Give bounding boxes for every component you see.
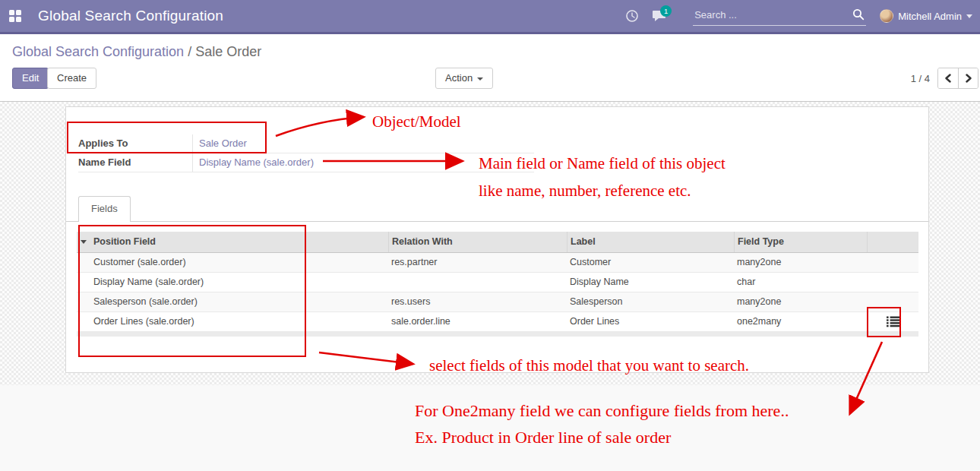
user-name: Mitchell Admin: [898, 11, 962, 22]
apps-menu-icon[interactable]: [0, 0, 30, 33]
global-search: [693, 6, 866, 26]
page-footer-background: [0, 385, 980, 471]
chevron-down-icon: [477, 77, 483, 81]
pager-previous-button[interactable]: [938, 68, 958, 88]
messages-icon[interactable]: 1: [646, 0, 673, 33]
table-row[interactable]: Display Name (sale.order) Display Name c…: [77, 273, 918, 292]
pager-next-button[interactable]: [958, 68, 978, 88]
edit-button[interactable]: Edit: [12, 68, 49, 89]
cell-label: Display Name: [567, 273, 734, 292]
field-row-applies-to: Applies To Sale Order: [78, 134, 534, 153]
search-input[interactable]: [693, 6, 866, 26]
search-icon[interactable]: [852, 8, 865, 24]
tab-fields[interactable]: Fields: [78, 196, 131, 222]
cell-relation-with: [388, 273, 567, 292]
table-row[interactable]: Customer (sale.order) res.partner Custom…: [77, 253, 918, 273]
header-actions: [867, 232, 918, 252]
table-footer-strip: [77, 332, 918, 337]
breadcrumb-current: Sale Order: [195, 44, 261, 59]
cell-relation-with: res.users: [388, 292, 567, 311]
cell-relation-with: res.partner: [388, 253, 567, 272]
action-label: Action: [445, 72, 473, 84]
cell-field-type: many2one: [734, 253, 867, 272]
create-button[interactable]: Create: [47, 68, 96, 89]
header-label[interactable]: Label: [567, 232, 734, 252]
field-row-name-field: Name Field Display Name (sale.order): [78, 153, 534, 172]
top-navbar: Global Search Configuration 1: [0, 0, 980, 34]
cell-label: Salesperson: [567, 292, 734, 311]
notebook-divider: [66, 221, 928, 222]
control-panel: Global Search Configuration / Sale Order…: [0, 36, 980, 102]
activity-clock-icon[interactable]: [618, 0, 646, 33]
chevron-left-icon: [944, 74, 952, 83]
breadcrumb-parent-link[interactable]: Global Search Configuration: [12, 44, 184, 59]
fields-table: Position Field Relation With Label Field…: [77, 232, 918, 337]
sort-indicator[interactable]: [77, 232, 90, 252]
breadcrumb: Global Search Configuration / Sale Order: [12, 44, 261, 60]
name-field-label: Name Field: [78, 153, 192, 172]
app-title: Global Search Configuration: [38, 8, 223, 24]
avatar: [880, 9, 893, 23]
screen: Global Search Configuration 1: [0, 0, 980, 471]
grid-icon: [9, 10, 21, 22]
header-relation-with[interactable]: Relation With: [388, 232, 567, 252]
configure-one2many-button[interactable]: [887, 316, 899, 327]
message-count-badge: 1: [660, 5, 672, 17]
table-row[interactable]: Order Lines (sale.order) sale.order.line…: [77, 312, 918, 332]
caret-down-icon: [81, 240, 87, 244]
action-dropdown-button[interactable]: Action: [435, 68, 493, 89]
header-position-field[interactable]: Position Field: [90, 232, 388, 252]
table-row[interactable]: Salesperson (sale.order) res.users Sales…: [77, 292, 918, 312]
chevron-right-icon: [965, 74, 972, 83]
cell-position-field: Customer (sale.order): [90, 253, 388, 272]
cell-field-type: one2many: [734, 312, 867, 331]
breadcrumb-separator: /: [188, 44, 191, 59]
cell-position-field: Display Name (sale.order): [90, 273, 388, 292]
navbar-right: 1 Mitchell Admin: [618, 0, 980, 33]
cell-label: Customer: [567, 253, 734, 272]
table-header-row: Position Field Relation With Label Field…: [77, 232, 918, 253]
cell-label: Order Lines: [567, 312, 734, 331]
cell-field-type: many2one: [734, 292, 867, 311]
applies-to-label: Applies To: [78, 134, 192, 153]
form-sheet: Applies To Sale Order Name Field Display…: [65, 106, 929, 373]
cell-position-field: Order Lines (sale.order): [90, 312, 388, 331]
pager-count: 1 / 4: [911, 73, 930, 84]
name-field-value-link[interactable]: Display Name (sale.order): [192, 153, 534, 172]
applies-to-value-link[interactable]: Sale Order: [192, 134, 534, 153]
user-menu[interactable]: Mitchell Admin: [877, 0, 980, 33]
cell-position-field: Salesperson (sale.order): [90, 292, 388, 311]
form-fields: Applies To Sale Order Name Field Display…: [78, 134, 534, 172]
chevron-down-icon: [966, 14, 972, 18]
control-panel-buttons: Edit Create Action 1 / 4: [0, 68, 980, 89]
list-ul-icon: [887, 316, 899, 327]
cell-relation-with: sale.order.line: [388, 312, 567, 331]
pager: 1 / 4: [911, 68, 978, 89]
header-field-type[interactable]: Field Type: [734, 232, 867, 252]
cell-field-type: char: [734, 273, 867, 292]
clock-icon: [625, 9, 639, 23]
